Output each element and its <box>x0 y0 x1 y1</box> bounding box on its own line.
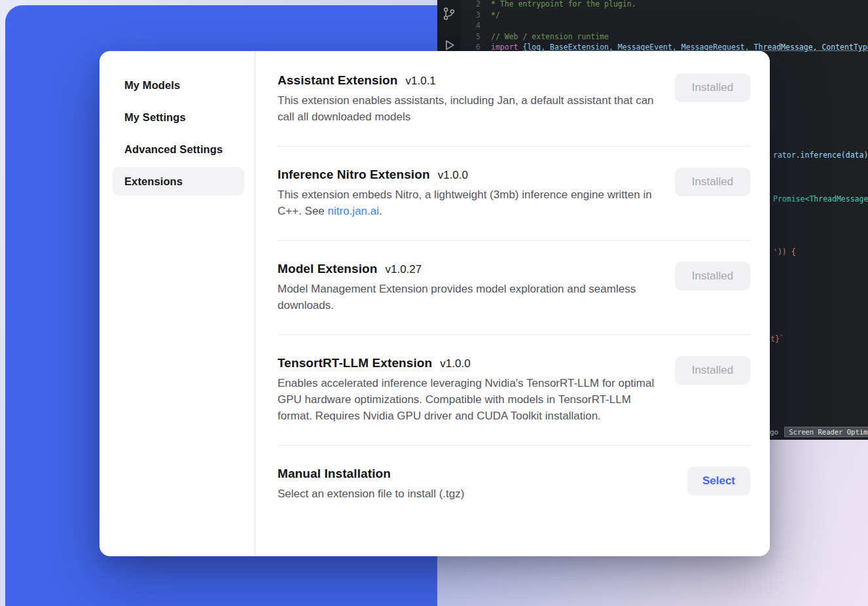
extension-row-manual-install: Manual Installation Select an extension … <box>278 446 750 523</box>
line-number: 2 <box>461 0 491 10</box>
sidebar-item-label: Extensions <box>124 175 183 188</box>
code-text: */ <box>491 10 500 21</box>
description-text: . <box>379 205 382 217</box>
extension-description: Enables accelerated inference leveraging… <box>278 375 657 424</box>
line-number: 4 <box>461 20 491 31</box>
code-fragment: Promise<ThreadMessage> <box>773 194 868 204</box>
sidebar-item-label: Advanced Settings <box>124 143 223 156</box>
settings-sidebar: My Models My Settings Advanced Settings … <box>99 51 255 556</box>
extension-row-tensorrt: TensortRT-LLM Extension v1.0.0 Enables a… <box>278 335 750 446</box>
code-fragment: rator.inference(data)); <box>773 151 868 160</box>
installed-button[interactable]: Installed <box>675 73 750 102</box>
settings-modal: My Models My Settings Advanced Settings … <box>99 51 770 556</box>
extension-description: This extension enables assistants, inclu… <box>278 92 657 125</box>
source-control-icon[interactable] <box>442 7 456 21</box>
extension-row-model: Model Extension v1.0.27 Model Management… <box>278 241 750 335</box>
code-text: * The entrypoint for the plugin. <box>491 0 636 10</box>
code-line: 3 */ <box>461 10 868 21</box>
sidebar-item-my-settings[interactable]: My Settings <box>113 103 244 132</box>
line-number: 5 <box>461 31 491 43</box>
extension-version: v1.0.1 <box>406 75 436 88</box>
extension-row-nitro: Inference Nitro Extension v1.0.0 This ex… <box>278 147 750 241</box>
extension-row-assistant: Assistant Extension v1.0.1 This extensio… <box>278 52 750 147</box>
installed-button[interactable]: Installed <box>675 168 750 196</box>
extension-title: Assistant Extension <box>278 73 398 88</box>
extension-version: v1.0.27 <box>385 263 422 276</box>
editor-code-area: 2 * The entrypoint for the plugin. 3 */ … <box>461 0 868 53</box>
extension-description: This extension embeds Nitro, a lightweig… <box>278 187 657 219</box>
extension-title: TensortRT-LLM Extension <box>278 356 432 370</box>
line-number: 3 <box>461 10 491 21</box>
code-line: 2 * The entrypoint for the plugin. <box>461 0 868 10</box>
run-debug-icon[interactable] <box>442 38 456 52</box>
extension-description: Model Management Extension provides mode… <box>278 281 657 313</box>
extension-description: Select an extension file to install (.tg… <box>278 486 464 502</box>
installed-button[interactable]: Installed <box>675 356 750 385</box>
extension-title: Model Extension <box>278 262 377 276</box>
screen-reader-chip[interactable]: Screen Reader Optimize <box>784 427 868 437</box>
code-text: // Web / extension runtime <box>491 31 609 43</box>
extension-title: Inference Nitro Extension <box>278 168 430 182</box>
sidebar-item-label: My Models <box>124 79 180 92</box>
status-language-label: go <box>770 428 778 437</box>
extension-version: v1.0.0 <box>440 357 470 370</box>
extension-version: v1.0.0 <box>438 169 468 182</box>
editor-status-row: go Screen Reader Optimize <box>770 425 868 438</box>
extensions-list: Assistant Extension v1.0.1 This extensio… <box>255 51 770 556</box>
code-fragment: t}` <box>770 334 784 344</box>
code-line: 4 <box>461 20 868 31</box>
sidebar-item-label: My Settings <box>124 111 186 124</box>
installed-button[interactable]: Installed <box>675 262 750 291</box>
sidebar-item-my-models[interactable]: My Models <box>113 71 244 99</box>
sidebar-item-extensions[interactable]: Extensions <box>113 167 244 196</box>
nitro-jan-ai-link[interactable]: nitro.jan.ai <box>328 205 379 217</box>
extension-title: Manual Installation <box>278 467 391 481</box>
code-line: 5 // Web / extension runtime <box>461 31 868 43</box>
sidebar-item-advanced-settings[interactable]: Advanced Settings <box>113 135 244 164</box>
code-fragment: ')) { <box>773 247 796 257</box>
select-file-button[interactable]: Select <box>687 467 750 495</box>
